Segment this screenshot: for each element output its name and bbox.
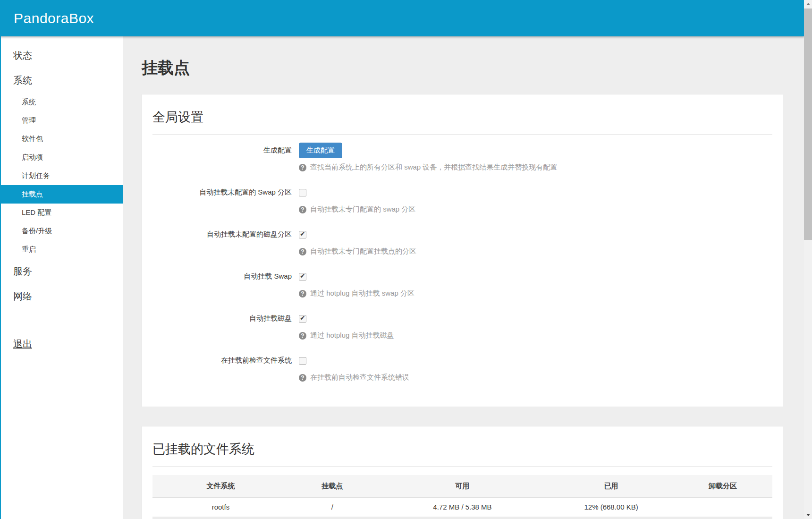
field-label: 在挂载前检查文件系统	[152, 352, 299, 389]
top-header: PandoraBox	[0, 0, 804, 36]
field-auto-mount: 自动挂载磁盘 ? 通过 hotplug 自动挂载磁盘	[152, 310, 772, 347]
global-settings-card: 全局设置 生成配置 生成配置 ? 查找当前系统上的所有分区和 swap 设备，并…	[142, 94, 783, 407]
mounted-fs-title: 已挂载的文件系统	[152, 436, 772, 467]
sidebar-item-network[interactable]: 网络	[0, 284, 123, 309]
field-help-text: 通过 hotplug 自动挂载磁盘	[310, 331, 394, 340]
field-label: 生成配置	[152, 142, 299, 179]
help-icon: ?	[299, 290, 306, 298]
field-help-text: 查找当前系统上的所有分区和 swap 设备，并根据查找结果生成并替换现有配置	[310, 163, 557, 172]
field-label: 自动挂载未配置的磁盘分区	[152, 226, 299, 263]
table-row: /dev/root /rom 0.00 B / 8.75 MB 100% (8.…	[152, 517, 772, 519]
window-edge	[0, 0, 1, 519]
generate-config-button[interactable]: 生成配置	[299, 143, 342, 158]
field-label: 自动挂载未配置的 Swap 分区	[152, 184, 299, 221]
sidebar-item-status[interactable]: 状态	[0, 43, 123, 68]
sidebar-item-logout[interactable]: 退出	[0, 332, 123, 357]
field-anon-swap: 自动挂载未配置的 Swap 分区 ? 自动挂载未专门配置的 swap 分区	[152, 184, 772, 221]
auto-mount-checkbox[interactable]	[299, 315, 306, 323]
field-help-text: 自动挂载未专门配置的 swap 分区	[310, 205, 415, 214]
field-auto-swap: 自动挂载 Swap ? 通过 hotplug 自动挂载 swap 分区	[152, 268, 772, 305]
cell-mountpoint: /rom	[289, 517, 376, 519]
cell-mountpoint: /	[289, 497, 376, 517]
cell-available: 4.72 MB / 5.38 MB	[376, 497, 550, 517]
vertical-scrollbar[interactable]	[804, 0, 812, 519]
field-generate-config: 生成配置 生成配置 ? 查找当前系统上的所有分区和 swap 设备，并根据查找结…	[152, 142, 772, 179]
sidebar-item-software[interactable]: 软件包	[0, 130, 123, 148]
global-settings-title: 全局设置	[152, 104, 772, 135]
cell-filesystem: rootfs	[152, 497, 289, 517]
table-header-row: 文件系统 挂载点 可用 已用 卸载分区	[152, 475, 772, 497]
scrollbar-thumb[interactable]	[804, 9, 812, 240]
mounted-fs-card: 已挂载的文件系统 文件系统 挂载点 可用 已用 卸载分区 rootfs / 4.…	[142, 426, 783, 519]
mounted-fs-table: 文件系统 挂载点 可用 已用 卸载分区 rootfs / 4.72 MB / 5…	[152, 475, 772, 519]
col-header-available: 可用	[376, 475, 550, 497]
auto-swap-checkbox[interactable]	[299, 273, 306, 281]
cell-filesystem: /dev/root	[152, 517, 289, 519]
sidebar: 状态 系统 系统 管理 软件包 启动项 计划任务 挂载点 LED 配置 备份/升…	[0, 36, 123, 519]
cell-used: 12% (668.00 KB)	[549, 497, 673, 517]
scrollbar-down-arrow-icon[interactable]	[804, 511, 812, 519]
col-header-filesystem: 文件系统	[152, 475, 289, 497]
cell-unmount	[673, 497, 772, 517]
sidebar-item-backup[interactable]: 备份/升级	[0, 222, 123, 240]
field-anon-mount: 自动挂载未配置的磁盘分区 ? 自动挂载未专门配置挂载点的分区	[152, 226, 772, 263]
sidebar-item-admin[interactable]: 管理	[0, 111, 123, 130]
help-icon: ?	[299, 206, 306, 213]
sidebar-item-leds[interactable]: LED 配置	[0, 204, 123, 222]
cell-used: 100% (8.75 MB)	[549, 517, 673, 519]
field-label: 自动挂载 Swap	[152, 268, 299, 305]
help-icon: ?	[299, 164, 306, 171]
col-header-mountpoint: 挂载点	[289, 475, 376, 497]
scrollbar-up-arrow-icon[interactable]	[804, 0, 812, 8]
sidebar-item-crontab[interactable]: 计划任务	[0, 167, 123, 185]
page-title: 挂载点	[142, 57, 804, 79]
sidebar-item-system[interactable]: 系统	[0, 68, 123, 93]
field-check-fs: 在挂载前检查文件系统 ? 在挂载前自动检查文件系统错误	[152, 352, 772, 389]
main-content: 挂载点 全局设置 生成配置 生成配置 ? 查找当前系统上的所有分区和 swap …	[123, 36, 804, 519]
anon-swap-checkbox[interactable]	[299, 189, 306, 196]
sidebar-item-reboot[interactable]: 重启	[0, 240, 123, 259]
field-label: 自动挂载磁盘	[152, 310, 299, 347]
help-icon: ?	[299, 248, 306, 255]
field-help-text: 在挂载前自动检查文件系统错误	[310, 373, 409, 382]
help-icon: ?	[299, 332, 306, 340]
sidebar-item-mounts[interactable]: 挂载点	[0, 185, 123, 204]
cell-available: 0.00 B / 8.75 MB	[376, 517, 550, 519]
col-header-used: 已用	[549, 475, 673, 497]
sidebar-item-startup[interactable]: 启动项	[0, 148, 123, 167]
anon-mount-checkbox[interactable]	[299, 231, 306, 238]
sidebar-item-system-sub[interactable]: 系统	[0, 93, 123, 111]
table-row: rootfs / 4.72 MB / 5.38 MB 12% (668.00 K…	[152, 497, 772, 517]
sidebar-item-services[interactable]: 服务	[0, 259, 123, 284]
field-help-text: 通过 hotplug 自动挂载 swap 分区	[310, 289, 414, 298]
check-fs-checkbox[interactable]	[299, 357, 306, 365]
col-header-unmount: 卸载分区	[673, 475, 772, 497]
field-help-text: 自动挂载未专门配置挂载点的分区	[310, 247, 416, 256]
cell-unmount	[673, 517, 772, 519]
brand-title: PandoraBox	[14, 10, 94, 26]
help-icon: ?	[299, 374, 306, 382]
